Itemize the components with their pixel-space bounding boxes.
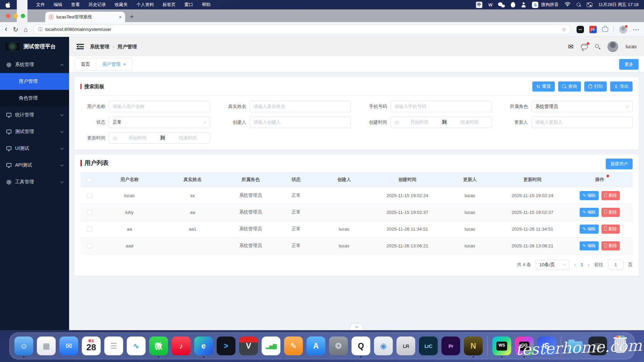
user-status-icon[interactable] [521,2,526,7]
extension-icon[interactable] [577,26,584,33]
address-bar[interactable]: ⓘ localhost:8080/main/system/user ☆ [33,24,571,35]
username-label[interactable]: lucas [626,44,637,49]
menubar-menu-tabs[interactable]: 标签页 [163,2,176,8]
dock-premiere-icon[interactable]: Pr [441,337,460,355]
w-status-icon[interactable]: W [488,2,492,7]
dock-launchpad-icon[interactable]: ▦ [37,337,56,355]
phone-input[interactable]: 请输入手机号码 [390,101,492,112]
export-button[interactable]: ↧ 导出 [610,81,633,92]
window-minimize-button[interactable] [13,14,18,18]
favorite-star-icon[interactable]: ☆ [562,26,566,33]
dock-system-settings-icon[interactable]: ❂ [329,337,348,355]
next-page-button[interactable]: › [588,262,589,268]
goto-page-input[interactable]: 1 [608,260,624,270]
dock-edge-icon[interactable]: e [194,337,213,355]
tab-close-icon[interactable]: × [119,14,122,20]
print-button[interactable]: 打印 [584,81,607,92]
role-select[interactable]: 系统管理员 [531,101,633,112]
dock-netease-music-icon[interactable]: ♪ [172,337,191,355]
apple-icon[interactable] [5,2,11,7]
menubar-menu-profile[interactable]: 个人资料 [137,2,154,8]
query-button[interactable]: 查询 [558,81,581,92]
dock-mail-icon[interactable]: ✉ [59,337,78,355]
dock-preview-window-icon[interactable]: ▤ [588,337,607,355]
select-all-checkbox[interactable] [87,177,92,182]
wifi-icon[interactable] [565,2,571,7]
qq-status-icon[interactable] [511,2,515,7]
dock-chromium-icon[interactable]: ◉ [374,337,393,355]
delete-button[interactable]: 删除 [601,191,620,200]
dock-finder-icon[interactable]: ☺ [14,337,33,355]
url-text[interactable]: localhost:8080/main/system/user [45,27,559,32]
browser-menu-icon[interactable]: ⋯ [633,26,639,33]
row-checkbox[interactable] [87,193,92,198]
dock-wechat-icon[interactable]: 微 [149,337,168,355]
search-icon[interactable] [595,44,600,49]
sidebar-item-role-mgmt[interactable]: 角色管理 [0,90,69,107]
status-select[interactable]: 正常 [109,117,210,128]
realname-input[interactable]: 请输入真实姓名 [250,101,351,112]
creator-input[interactable]: 请输入创建人 [250,117,351,128]
dock-webstorm-icon[interactable]: WS [492,337,511,355]
window-close-button[interactable] [6,14,10,18]
delete-button[interactable]: 删除 [601,225,620,234]
edit-button[interactable]: ✎编辑 [580,208,599,217]
delete-button[interactable]: 删除 [601,241,620,250]
dock-coderunner-icon[interactable]: > [217,337,235,355]
browser-profile-avatar[interactable] [619,25,627,34]
page-size-select[interactable]: 10条/页 [536,260,569,270]
dock-goland-icon[interactable]: GO [515,337,534,355]
update-time-range-picker[interactable]: ◷ 开始时间 到 结束时间 [109,132,210,144]
dock-trash-icon[interactable] [611,337,630,355]
home-button[interactable]: ⌂ [24,26,28,33]
current-page[interactable]: 1 [581,262,583,267]
collapse-pill-button[interactable] [351,324,363,330]
dock-s-app-icon[interactable]: S [537,337,556,355]
edit-button[interactable]: ✎编辑 [580,191,599,200]
menubar-menu-favorites[interactable]: 收藏夹 [115,2,128,8]
dock-pages-icon[interactable]: ✎ [284,337,303,355]
more-button[interactable]: 更多 [619,59,639,70]
dock-reminders-icon[interactable]: ☰ [104,337,123,355]
menubar-menu-view[interactable]: 查看 [71,2,80,8]
dock-downloads-folder-icon[interactable] [566,337,585,355]
create-time-range-picker[interactable]: ◷ 开始时间 到 结束时间 [390,117,492,128]
row-checkbox[interactable] [87,227,92,232]
input-method-icon[interactable]: 中 [476,2,482,8]
row-checkbox[interactable] [87,243,92,248]
edit-button[interactable]: ✎编辑 [580,225,599,234]
edit-button[interactable]: ✎编辑 [580,241,599,250]
sidebar-item-stats[interactable]: 统计管理 [0,107,69,123]
row-checkbox[interactable] [87,210,92,215]
dock-freeform-icon[interactable]: ∿ [127,337,146,355]
dock-app-store-icon[interactable]: A [307,337,325,355]
reset-button[interactable]: ↻ 重置 [532,81,555,92]
dock-qq-icon[interactable]: Q [352,337,370,355]
fe-extension-icon[interactable]: FE [589,26,597,33]
menubar-menu-file[interactable]: 文件 [36,2,45,8]
username-input[interactable]: 请输入用户名称 [109,101,210,112]
breadcrumb-system[interactable]: 系统管理 [90,44,109,50]
sidebar-item-test-mgmt[interactable]: 测试管理 [0,123,69,140]
menubar-menu-history[interactable]: 历史记录 [89,2,106,8]
refresh-button[interactable]: ↻ [13,26,18,33]
create-user-button[interactable]: 新建用户 [606,159,633,169]
sogou-icon[interactable]: S [532,2,538,8]
menubar-menu-edit[interactable]: 编辑 [54,2,62,8]
dock-numbers-icon[interactable]: ▂▅▇ [262,337,280,355]
tab-close-icon[interactable]: × [123,58,126,70]
sidebar-fold-icon[interactable] [76,44,84,49]
sidebar-item-api-test[interactable]: API测试 [0,157,69,174]
site-info-icon[interactable]: ⓘ [38,26,43,33]
message-icon[interactable] [581,44,588,49]
prev-page-button[interactable]: ‹ [574,262,576,268]
mail-icon[interactable]: ✉ [568,43,574,50]
user-avatar[interactable] [607,41,618,52]
sidebar-item-tools[interactable]: 工具管理 [0,174,69,190]
extensions-puzzle-icon[interactable] [602,27,608,32]
dock-lightroom-classic-icon[interactable]: LrC [419,337,438,355]
sidebar-item-ui-test[interactable]: UI测试 [0,140,69,157]
browser-tab[interactable]: Ⓐ lucasTest管理系统 × [45,12,125,22]
tab-home[interactable]: 首页 [74,58,96,71]
sidebar-item-system[interactable]: 系统管理 [0,56,69,73]
